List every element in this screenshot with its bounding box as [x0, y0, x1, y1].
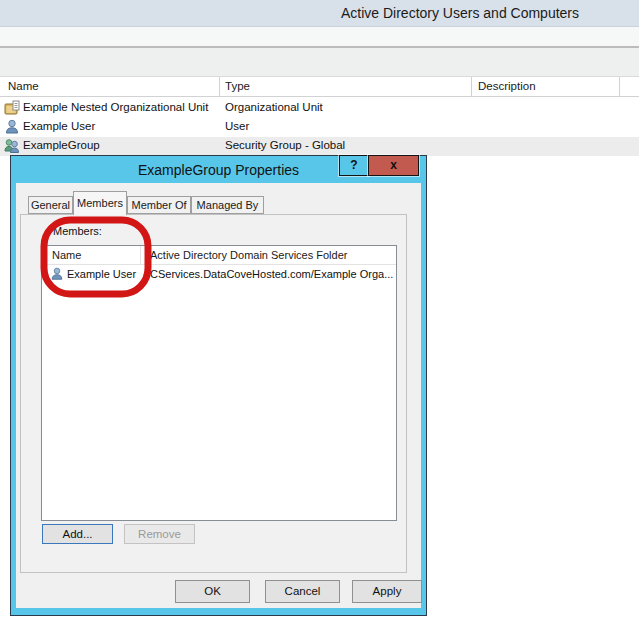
remove-button[interactable]: Remove	[124, 524, 195, 544]
members-column-name[interactable]: Name	[42, 246, 141, 264]
main-window-title: Active Directory Users and Computers	[281, 5, 639, 21]
column-header-description[interactable]: Description	[472, 77, 620, 96]
column-header-type[interactable]: Type	[220, 77, 472, 96]
properties-dialog: ExampleGroup Properties ? x General Memb…	[10, 155, 427, 616]
list-row-group[interactable]: ExampleGroup Security Group - Global	[0, 137, 639, 156]
ok-button[interactable]: OK	[175, 580, 250, 603]
members-list-header: Name Active Directory Domain Services Fo…	[42, 246, 396, 265]
tab-member-of[interactable]: Member Of	[127, 196, 191, 214]
row-name: Example User	[23, 120, 95, 132]
list-row-organizational-unit[interactable]: Example Nested Organizational Unit Organ…	[0, 99, 639, 118]
screen: Active Directory Users and Computers Nam…	[0, 0, 639, 633]
row-type: User	[225, 120, 249, 132]
user-icon	[4, 119, 20, 135]
cancel-button[interactable]: Cancel	[265, 580, 340, 603]
row-type: Organizational Unit	[225, 101, 323, 113]
row-name: ExampleGroup	[23, 139, 100, 151]
organizational-unit-icon	[4, 100, 20, 116]
member-name: Example User	[67, 268, 136, 280]
toolbar-area-2	[0, 48, 639, 76]
row-name: Example Nested Organizational Unit	[23, 101, 208, 113]
group-icon	[4, 138, 20, 154]
members-listbox[interactable]: Name Active Directory Domain Services Fo…	[41, 245, 397, 521]
list-row-user[interactable]: Example User User	[0, 118, 639, 137]
user-icon	[50, 267, 64, 281]
tab-general[interactable]: General	[28, 196, 73, 214]
toolbar-area	[0, 27, 639, 46]
dialog-body: General Members Member Of Managed By Mem…	[16, 183, 421, 608]
row-type: Security Group - Global	[225, 139, 345, 151]
column-header-name[interactable]: Name	[0, 77, 220, 96]
list-header: Name Type Description	[0, 76, 639, 97]
members-column-folder[interactable]: Active Directory Domain Services Folder	[142, 246, 347, 264]
member-folder: CServices.DataCoveHosted.com/Example Org…	[150, 268, 393, 280]
add-button[interactable]: Add...	[42, 524, 113, 544]
members-row-example-user[interactable]: Example User CServices.DataCoveHosted.co…	[42, 266, 396, 284]
close-button[interactable]: x	[368, 155, 419, 176]
tab-managed-by[interactable]: Managed By	[191, 196, 264, 214]
help-button[interactable]: ?	[339, 155, 369, 176]
tab-members[interactable]: Members	[73, 191, 127, 215]
main-window-titlebar: Active Directory Users and Computers	[0, 0, 639, 27]
members-label: Members:	[53, 225, 102, 237]
apply-button[interactable]: Apply	[352, 580, 422, 603]
